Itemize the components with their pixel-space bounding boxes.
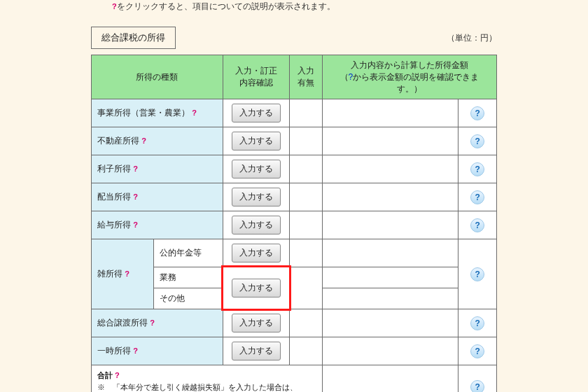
- income-table: 所得の種類 入力・訂正 内容確認 入力 有無 入力内容から計算した所得金額 （?…: [91, 55, 497, 392]
- row-occasional-income: 一時所得 ?: [92, 337, 223, 365]
- question-mark-icon[interactable]: ?: [192, 108, 197, 117]
- help-icon[interactable]: ?: [470, 267, 484, 281]
- help-icon[interactable]: ?: [470, 162, 484, 176]
- header-calculated-amount: 入力内容から計算した所得金額 （?から表示金額の説明を確認できます。）: [322, 55, 496, 99]
- intro-text: ?をクリックすると、項目についての説明が表示されます。: [0, 0, 588, 13]
- help-icon[interactable]: ?: [470, 106, 484, 120]
- row-total: 合計 ? ※ 「本年分で差し引く繰越損失額」を入力した場合は、 繰越損失控除後の…: [92, 365, 323, 392]
- row-realestate-income: 不動産所得 ?: [92, 127, 223, 155]
- row-transfer-income: 総合譲渡所得 ?: [92, 309, 223, 337]
- section-title-comprehensive: 総合課税の所得: [91, 27, 176, 49]
- unit-label: （単位：円）: [447, 32, 497, 44]
- help-icon[interactable]: ?: [470, 380, 484, 392]
- row-misc-other: その他: [154, 288, 223, 309]
- highlighted-input-cell: 入力する: [223, 267, 290, 309]
- question-mark-icon[interactable]: ?: [133, 192, 138, 201]
- input-button-realestate[interactable]: 入力する: [232, 132, 281, 150]
- question-mark-icon[interactable]: ?: [150, 318, 155, 327]
- row-salary-income: 給与所得 ?: [92, 211, 223, 239]
- input-button-misc-business[interactable]: 入力する: [232, 279, 281, 298]
- question-mark-icon[interactable]: ?: [141, 136, 146, 145]
- question-mark-icon[interactable]: ?: [115, 370, 120, 382]
- input-button-salary[interactable]: 入力する: [232, 216, 281, 234]
- help-icon[interactable]: ?: [470, 316, 484, 330]
- row-misc-income: 雑所得 ?: [92, 239, 154, 309]
- help-icon[interactable]: ?: [470, 134, 484, 148]
- question-mark-icon[interactable]: ?: [125, 270, 130, 278]
- help-icon[interactable]: ?: [470, 218, 484, 232]
- header-income-type: 所得の種類: [92, 55, 223, 99]
- help-icon[interactable]: ?: [470, 344, 484, 358]
- input-button-interest[interactable]: 入力する: [232, 160, 281, 178]
- question-mark-icon[interactable]: ?: [133, 220, 138, 229]
- question-mark-icon[interactable]: ?: [133, 346, 138, 355]
- input-button-business[interactable]: 入力する: [232, 104, 281, 122]
- row-misc-business: 業務: [154, 267, 223, 288]
- help-icon[interactable]: ?: [470, 190, 484, 204]
- header-input-confirm: 入力・訂正 内容確認: [223, 55, 290, 99]
- row-misc-pension: 公的年金等: [154, 239, 223, 267]
- input-button-pension[interactable]: 入力する: [232, 244, 281, 262]
- question-mark-icon[interactable]: ?: [133, 164, 138, 173]
- input-button-transfer[interactable]: 入力する: [232, 314, 281, 332]
- input-button-occasional[interactable]: 入力する: [232, 342, 281, 360]
- input-button-dividend[interactable]: 入力する: [232, 188, 281, 206]
- question-mark-icon: ?: [112, 1, 117, 13]
- row-interest-income: 利子所得 ?: [92, 155, 223, 183]
- row-dividend-income: 配当所得 ?: [92, 183, 223, 211]
- header-input-flag: 入力 有無: [290, 55, 322, 99]
- row-business-income: 事業所得（営業・農業） ?: [92, 99, 223, 127]
